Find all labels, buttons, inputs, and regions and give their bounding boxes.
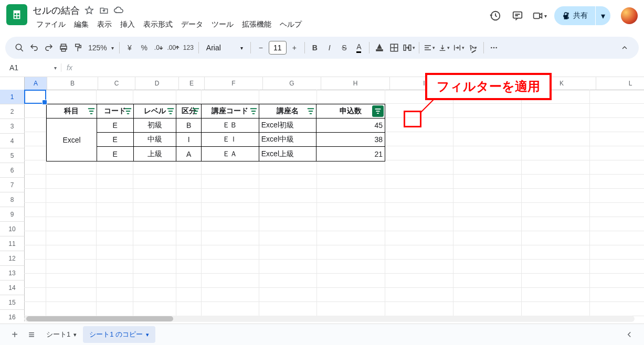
search-icon[interactable] (13, 40, 26, 55)
cell-I4[interactable] (385, 132, 453, 146)
fill-color-button[interactable] (373, 40, 386, 55)
table-cell-r2-c2[interactable]: A (176, 147, 202, 161)
zoom-select[interactable]: 125%▾ (86, 44, 116, 52)
table-cell-r0-c3[interactable]: ＥＢ (202, 118, 259, 133)
cell-G1[interactable] (259, 90, 317, 104)
cell-G12[interactable] (259, 245, 317, 260)
cell-F16[interactable] (202, 302, 259, 316)
cell-D14[interactable] (133, 274, 176, 288)
cell-K7[interactable] (522, 175, 590, 189)
table-header-1[interactable]: コード (97, 104, 134, 118)
cell-F13[interactable] (202, 260, 259, 274)
sheet-tab-2[interactable]: シート1 のコピー▾ (83, 326, 155, 343)
menu-data[interactable]: データ (177, 18, 207, 31)
cell-H7[interactable] (317, 175, 385, 189)
cell-I6[interactable] (385, 160, 453, 175)
cell-I16[interactable] (385, 302, 453, 316)
history-icon[interactable] (488, 8, 503, 23)
menu-extensions[interactable]: 拡張機能 (238, 18, 275, 31)
cell-D10[interactable] (133, 217, 176, 231)
cell-L6[interactable] (590, 160, 644, 175)
cell-A10[interactable] (24, 217, 46, 231)
cell-E16[interactable] (176, 302, 202, 316)
row-header-2[interactable]: 2 (0, 104, 25, 119)
cell-A13[interactable] (24, 260, 46, 274)
cell-E1[interactable] (176, 90, 202, 104)
filter-active-icon[interactable] (372, 105, 384, 117)
cell-J5[interactable] (453, 146, 522, 160)
cell-H16[interactable] (317, 302, 385, 316)
cell-F15[interactable] (202, 288, 259, 302)
row-header-3[interactable]: 3 (0, 119, 25, 134)
cell-G11[interactable] (259, 231, 317, 245)
cell-L12[interactable] (590, 245, 644, 260)
cell-J4[interactable] (453, 132, 522, 146)
menu-tools[interactable]: ツール (208, 18, 237, 31)
cell-H12[interactable] (317, 245, 385, 260)
cell-L14[interactable] (590, 274, 644, 288)
cell-A9[interactable] (24, 203, 46, 217)
strikethrough-button[interactable]: S (337, 40, 351, 55)
cell-I9[interactable] (385, 203, 453, 217)
cell-J6[interactable] (453, 160, 522, 175)
cell-H11[interactable] (317, 231, 385, 245)
cell-K14[interactable] (522, 274, 590, 288)
collapse-toolbar-icon[interactable] (618, 40, 631, 55)
cell-G15[interactable] (259, 288, 317, 302)
cell-E11[interactable] (176, 231, 202, 245)
all-sheets-button[interactable]: ≡ (23, 326, 40, 343)
cell-C12[interactable] (97, 245, 133, 260)
cell-L11[interactable] (590, 231, 644, 245)
print-icon[interactable] (57, 40, 70, 55)
user-avatar[interactable] (621, 7, 638, 24)
cell-J12[interactable] (453, 245, 522, 260)
cell-L10[interactable] (590, 217, 644, 231)
font-size-increase[interactable]: + (288, 40, 301, 55)
cell-L1[interactable] (590, 90, 644, 104)
menu-help[interactable]: ヘルプ (276, 18, 305, 31)
table-cell-r1-c0[interactable]: E (97, 133, 134, 147)
cell-I12[interactable] (385, 245, 453, 260)
col-header-E[interactable]: E (179, 77, 205, 90)
cell-L15[interactable] (590, 288, 644, 302)
merged-subject-cell[interactable]: Excel (47, 118, 97, 161)
menu-edit[interactable]: 編集 (70, 18, 92, 31)
cell-C7[interactable] (97, 175, 133, 189)
table-cell-r2-c4[interactable]: Excel上級 (259, 147, 317, 161)
cell-E15[interactable] (176, 288, 202, 302)
cell-H14[interactable] (317, 274, 385, 288)
cell-D6[interactable] (133, 160, 176, 175)
bold-button[interactable]: B (308, 40, 322, 55)
cell-E14[interactable] (176, 274, 202, 288)
cell-H13[interactable] (317, 260, 385, 274)
cell-H15[interactable] (317, 288, 385, 302)
table-cell-r0-c0[interactable]: E (97, 118, 134, 133)
currency-button[interactable]: ¥ (123, 40, 136, 55)
cell-E8[interactable] (176, 189, 202, 203)
cell-I10[interactable] (385, 217, 453, 231)
cell-E9[interactable] (176, 203, 202, 217)
cell-E13[interactable] (176, 260, 202, 274)
cell-A4[interactable] (24, 132, 46, 146)
cell-K10[interactable] (522, 217, 590, 231)
cell-L7[interactable] (590, 175, 644, 189)
add-sheet-button[interactable]: + (6, 326, 23, 343)
table-header-6[interactable]: 申込数 (316, 104, 385, 118)
filter-icon[interactable] (166, 107, 175, 115)
cell-B7[interactable] (46, 175, 97, 189)
cell-B10[interactable] (46, 217, 97, 231)
cell-L5[interactable] (590, 146, 644, 160)
cell-J13[interactable] (453, 260, 522, 274)
cell-C1[interactable] (97, 90, 133, 104)
cell-F12[interactable] (202, 245, 259, 260)
cell-G7[interactable] (259, 175, 317, 189)
cell-D9[interactable] (133, 203, 176, 217)
row-header-8[interactable]: 8 (0, 192, 25, 207)
cell-K3[interactable] (522, 118, 590, 132)
table-cell-r0-c4[interactable]: Excel初級 (259, 118, 317, 133)
cell-F8[interactable] (202, 189, 259, 203)
increase-decimal-button[interactable]: .00 (167, 40, 181, 55)
cell-J8[interactable] (453, 189, 522, 203)
cell-G6[interactable] (259, 160, 317, 175)
comment-icon[interactable] (510, 8, 525, 23)
